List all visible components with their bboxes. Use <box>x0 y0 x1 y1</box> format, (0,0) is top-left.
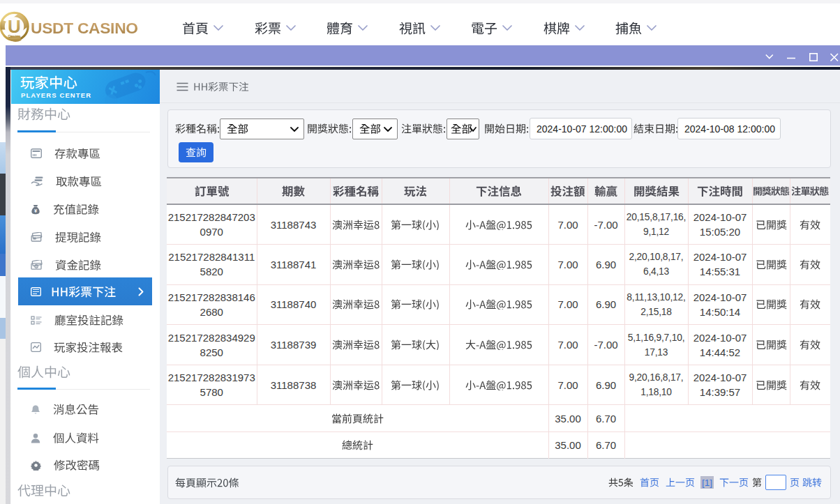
svg-text:Casino: Casino <box>8 34 21 38</box>
